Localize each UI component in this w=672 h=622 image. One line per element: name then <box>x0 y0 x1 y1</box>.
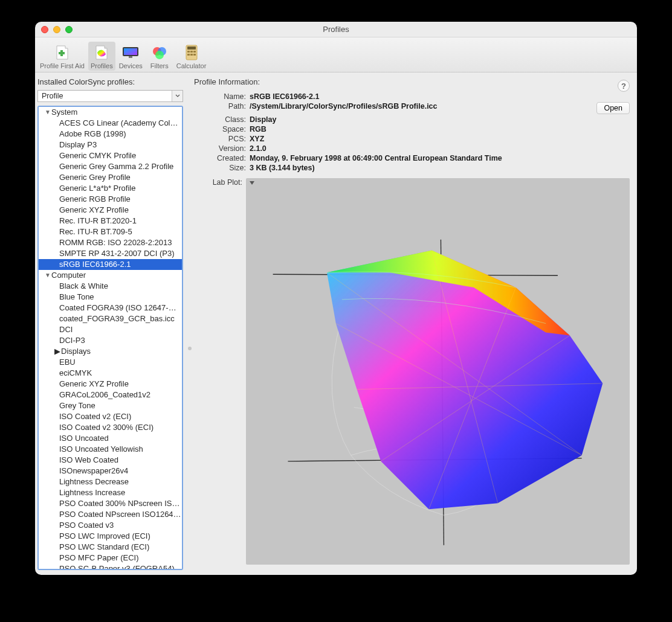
tree-item[interactable]: ISO Uncoated <box>39 433 182 444</box>
help-button[interactable]: ? <box>618 80 630 92</box>
label-pcs: PCS: <box>194 135 246 143</box>
svg-point-9 <box>155 51 164 59</box>
svg-rect-12 <box>187 51 190 53</box>
tree-item[interactable]: Generic Grey Gamma 2.2 Profile <box>39 161 182 172</box>
tree-item[interactable]: sRGB IEC61966-2.1 <box>39 259 182 270</box>
tree-item[interactable]: Rec. ITU-R BT.2020-1 <box>39 216 182 226</box>
tree-item-label: Blue Tone <box>59 292 94 303</box>
info-title: Profile Information: <box>194 77 630 86</box>
minimize-button[interactable] <box>53 26 60 33</box>
tree-group[interactable]: ▼System <box>39 107 182 118</box>
tree-item-label: PSO SC-B Paper v3 (FOGRA54) <box>59 563 175 569</box>
tree-item[interactable]: ▶Displays <box>39 346 182 357</box>
sort-combo[interactable]: Profile <box>37 90 183 102</box>
gamut-3d-icon <box>246 178 630 565</box>
tree-item[interactable]: Generic L*a*b* Profile <box>39 183 182 194</box>
info-pane: Profile Information: Name: sRGB IEC61966… <box>186 72 637 575</box>
tree-item-label: ISO Web Coated <box>59 455 118 466</box>
toolbar-filters[interactable]: Filters <box>146 42 173 71</box>
tree-item-label: Generic Grey Gamma 2.2 Profile <box>59 161 173 172</box>
tree-item[interactable]: PSO SC-B Paper v3 (FOGRA54) <box>39 563 182 569</box>
tree-item[interactable]: PSO LWC Standard (ECI) <box>39 542 182 553</box>
tree-item[interactable]: coated_FOGRA39_GCR_bas.icc <box>39 313 182 324</box>
tree-item[interactable]: ACES CG Linear (Academy Col… <box>39 118 182 129</box>
lab-plot[interactable] <box>246 178 630 565</box>
tree-item-label: Coated FOGRA39 (ISO 12647-… <box>59 303 176 313</box>
tree-item[interactable]: ROMM RGB: ISO 22028-2:2013 <box>39 237 182 248</box>
tree-item[interactable]: Generic XYZ Profile <box>39 205 182 216</box>
chevron-down-icon <box>172 91 183 101</box>
open-button[interactable]: Open <box>596 102 630 114</box>
sidebar-header: Installed ColorSync profiles: <box>36 76 184 89</box>
svg-rect-13 <box>190 51 193 53</box>
tree-item[interactable]: ISO Uncoated Yellowish <box>39 444 182 455</box>
tree-item[interactable]: PSO Coated 300% NPscreen IS… <box>39 498 182 509</box>
disclosure-triangle-icon: ▼ <box>45 270 51 281</box>
tree-item[interactable]: Generic Grey Profile <box>39 172 182 183</box>
tree-item-label: PSO MFC Paper (ECI) <box>59 553 138 563</box>
tree-item-label: Rec. ITU-R BT.709-5 <box>59 226 132 237</box>
tree-item-label: Generic XYZ Profile <box>59 205 129 216</box>
tree-item[interactable]: Coated FOGRA39 (ISO 12647-… <box>39 303 182 313</box>
toolbar-profile-first-aid[interactable]: Profile First Aid <box>37 42 87 71</box>
tree-item[interactable]: ISO Coated v2 (ECI) <box>39 411 182 422</box>
window-controls <box>41 26 73 33</box>
label-created: Created: <box>194 154 246 162</box>
tree-item[interactable]: ISO Coated v2 300% (ECI) <box>39 422 182 433</box>
profile-tree[interactable]: ▼SystemACES CG Linear (Academy Col…Adobe… <box>39 107 182 569</box>
pane-divider-handle[interactable] <box>188 347 192 350</box>
tree-item[interactable]: Rec. ITU-R BT.709-5 <box>39 226 182 237</box>
tree-item[interactable]: DCI <box>39 324 182 335</box>
tree-item[interactable]: ISO Web Coated <box>39 455 182 466</box>
tree-item[interactable]: EBU <box>39 357 182 368</box>
window-title: Profiles <box>35 25 637 34</box>
tree-item-label: EBU <box>59 357 76 368</box>
tree-item-label: ACES CG Linear (Academy Col… <box>59 118 178 129</box>
tree-item[interactable]: PSO Coated v3 <box>39 520 182 531</box>
colorsync-window: Profiles Profile First Aid <box>35 22 637 575</box>
close-button[interactable] <box>41 26 48 33</box>
tree-item[interactable]: Blue Tone <box>39 292 182 303</box>
tree-item[interactable]: Display P3 <box>39 139 182 150</box>
toolbar-devices[interactable]: Devices <box>117 42 145 71</box>
tree-group[interactable]: ▼Computer <box>39 270 182 281</box>
tree-item[interactable]: ISOnewspaper26v4 <box>39 466 182 476</box>
tree-item[interactable]: SMPTE RP 431-2-2007 DCI (P3) <box>39 248 182 259</box>
tree-item[interactable]: Generic RGB Profile <box>39 194 182 205</box>
tree-item-label: Display P3 <box>59 139 97 150</box>
svg-rect-16 <box>190 54 193 56</box>
value-version: 2.1.0 <box>250 144 630 153</box>
toolbar-label: Profiles <box>91 62 113 69</box>
toolbar-calculator[interactable]: Calculator <box>174 42 209 71</box>
value-class: Display <box>250 115 630 124</box>
tree-item[interactable]: DCI-P3 <box>39 335 182 346</box>
tree-item[interactable]: PSO Coated NPscreen ISO1264… <box>39 509 182 520</box>
tree-item[interactable]: eciCMYK <box>39 368 182 379</box>
tree-item-label: coated_FOGRA39_GCR_bas.icc <box>59 313 175 324</box>
tree-item-label: PSO Coated v3 <box>59 520 114 531</box>
tree-group-label: System <box>51 107 77 118</box>
tree-item[interactable]: Grey Tone <box>39 400 182 411</box>
tree-item[interactable]: Lightness Increase <box>39 487 182 498</box>
profiles-icon <box>92 44 111 61</box>
tree-item[interactable]: Adobe RGB (1998) <box>39 129 182 139</box>
value-name: sRGB IEC61966-2.1 <box>250 92 630 101</box>
tree-item-label: SMPTE RP 431-2-2007 DCI (P3) <box>59 248 175 259</box>
disclosure-triangle-icon: ▶ <box>54 346 60 357</box>
toolbar-profiles[interactable]: Profiles <box>88 42 115 71</box>
tree-item-label: ISO Uncoated <box>59 433 109 444</box>
tree-item[interactable]: Generic XYZ Profile <box>39 379 182 390</box>
help-icon: ? <box>621 82 626 91</box>
tree-item[interactable]: Generic CMYK Profile <box>39 150 182 161</box>
zoom-button[interactable] <box>65 26 73 33</box>
tree-item-label: DCI <box>59 324 73 335</box>
tree-item-label: ISOnewspaper26v4 <box>59 466 128 476</box>
value-size: 3 KB (3.144 bytes) <box>250 164 630 172</box>
tree-item[interactable]: PSO LWC Improved (ECI) <box>39 531 182 542</box>
tree-item[interactable]: Lightness Decrease <box>39 476 182 487</box>
combo-value: Profile <box>42 92 63 100</box>
tree-item[interactable]: Black & White <box>39 281 182 292</box>
tree-item[interactable]: PSO MFC Paper (ECI) <box>39 553 182 563</box>
tree-item[interactable]: GRACoL2006_Coated1v2 <box>39 390 182 400</box>
svg-rect-15 <box>187 54 190 56</box>
